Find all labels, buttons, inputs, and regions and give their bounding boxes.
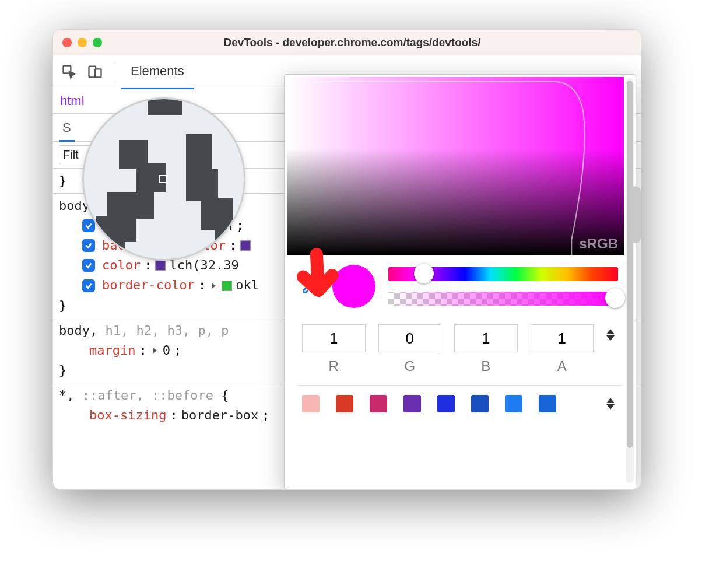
color-swatch[interactable] xyxy=(155,260,166,271)
toolbar-divider xyxy=(114,61,114,82)
picker-scrollbar[interactable] xyxy=(626,78,634,483)
prop-name: box-sizing xyxy=(89,405,166,425)
palette-swatch[interactable] xyxy=(505,395,522,412)
label-g: G xyxy=(378,358,442,374)
svg-rect-2 xyxy=(95,69,101,77)
expand-icon[interactable] xyxy=(212,283,216,289)
inspect-element-icon[interactable] xyxy=(58,60,81,83)
window-title: DevTools - developer.chrome.com/tags/dev… xyxy=(73,36,631,49)
gamut-label: sRGB xyxy=(579,236,618,252)
devtools-window: DevTools - developer.chrome.com/tags/dev… xyxy=(52,29,641,490)
palette-swatch[interactable] xyxy=(370,395,387,412)
palette-swatch[interactable] xyxy=(336,395,353,412)
label-r: R xyxy=(302,358,366,374)
checkbox-icon[interactable] xyxy=(82,239,95,252)
checkbox-icon[interactable] xyxy=(82,259,95,272)
subtab-styles[interactable]: S xyxy=(60,116,73,141)
device-toolbar-icon[interactable] xyxy=(83,60,107,83)
input-r[interactable] xyxy=(302,324,366,352)
tab-elements[interactable]: Elements xyxy=(121,58,194,86)
format-stepper[interactable] xyxy=(606,329,618,341)
prop-name: margin xyxy=(89,341,135,360)
palette-swatch[interactable] xyxy=(302,395,320,412)
input-a[interactable] xyxy=(531,324,594,352)
palette-swatch[interactable] xyxy=(539,395,556,412)
close-window-button[interactable] xyxy=(62,38,72,47)
hue-thumb[interactable] xyxy=(414,264,434,284)
prop-value: border-box xyxy=(181,405,258,425)
label-b: B xyxy=(454,358,518,374)
palette-swatch[interactable] xyxy=(437,395,455,412)
prop-value: 0 xyxy=(163,341,170,360)
input-g[interactable] xyxy=(378,324,442,352)
hue-slider[interactable] xyxy=(388,267,618,281)
alpha-slider[interactable] xyxy=(388,292,618,306)
color-swatch[interactable] xyxy=(222,281,232,291)
alpha-thumb[interactable] xyxy=(605,288,625,308)
label-a: A xyxy=(531,358,594,374)
prop-name: border-color xyxy=(102,275,195,295)
checkbox-icon[interactable] xyxy=(82,279,95,292)
palette-row xyxy=(285,386,636,422)
color-inputs: R G B A xyxy=(285,312,636,380)
color-spectrum[interactable]: sRGB xyxy=(287,77,624,256)
window-scrollbar[interactable] xyxy=(630,186,641,243)
input-b[interactable] xyxy=(454,324,518,352)
color-swatch[interactable] xyxy=(240,240,251,251)
palette-stepper[interactable] xyxy=(606,398,618,410)
breadcrumb-html[interactable]: html xyxy=(60,93,85,108)
expand-icon[interactable] xyxy=(153,348,157,354)
prop-value: okl xyxy=(236,275,259,295)
prop-name: color xyxy=(102,256,141,275)
checkbox-icon[interactable] xyxy=(82,219,95,232)
palette-swatch[interactable] xyxy=(471,395,489,412)
loupe-target-pixel xyxy=(159,175,167,183)
titlebar: DevTools - developer.chrome.com/tags/dev… xyxy=(53,30,641,55)
palette-swatch[interactable] xyxy=(403,395,421,412)
brace-close: } xyxy=(59,173,66,188)
eyedropper-loupe xyxy=(82,97,245,261)
